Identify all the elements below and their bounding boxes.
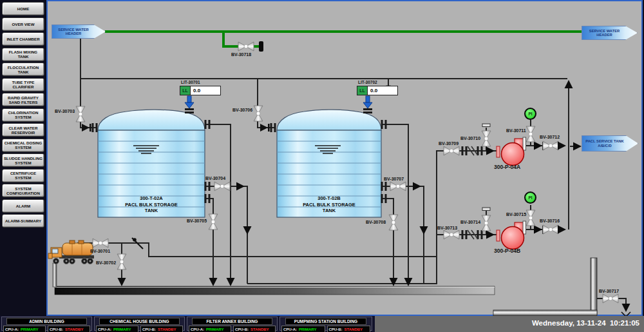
sidebar-item-centrifuge-system[interactable]: CENTRIFUGE SYSTEM (2, 169, 44, 182)
valve-label-bv30713: BV-30713 (437, 226, 457, 230)
cpu-b-status: CPU-B: STANDBY (327, 326, 371, 332)
sidebar-item-chlorination-system[interactable]: CHLORINATION SYSTEM (2, 108, 44, 122)
scada-hmi-screen: { "sidebar": { "items": ["HOME","OVER VI… (0, 0, 644, 332)
valve-label-bv30718: BV-30718 (231, 52, 251, 57)
building-name: ADMIN BUILDING (6, 318, 86, 325)
sidebar-item-tube-type-clarifier[interactable]: TUBE TYPE CLARIFIER (2, 78, 44, 92)
tank-b-name: PACL BULK STORAGE (277, 202, 381, 208)
sidebar-item-sludge-handling-system[interactable]: SLUDGE HANDLING SYSTEM (2, 153, 44, 167)
building-panel-chemical-house: CHEMICAL HOUSE BUILDING CPU-A: PRIMARY C… (94, 317, 185, 331)
cpu-b-label: CPU-B: (329, 327, 343, 332)
pump-b-label: 300-P-04B (494, 248, 520, 254)
lit-30702-value: 0.0 (368, 86, 397, 95)
tank-a-name: PACL BULK STORAGE (98, 202, 205, 208)
sidebar-item-flocculation-tank[interactable]: FLOCCULATION TANK (2, 63, 44, 76)
sidebar-item-alarm-summary[interactable]: ALARM-SUMMARY (2, 214, 44, 228)
cpu-a-label: CPU-A: (191, 327, 204, 332)
cpu-a-status: CPU-A: PRIMARY (189, 326, 231, 332)
sidebar-item-home[interactable]: HOME (2, 2, 44, 15)
building-panel-pumping-station: PUMPMING STATION BUILDING CPU-A: PRIMARY… (279, 317, 372, 331)
tank-a-name2: TANK (98, 208, 205, 214)
cpu-b-status: CPU-B: STANDBY (140, 326, 183, 332)
cpu-a-value: PRIMARY (206, 327, 223, 332)
valve-label-bv30712: BV-30712 (540, 135, 560, 139)
cpu-a-status: CPU-A: PRIMARY (281, 326, 325, 332)
sidebar-item-inlet-chamber[interactable]: INLET CHAMBER (2, 32, 44, 46)
cpu-b-status: CPU-B: STANDBY (233, 326, 276, 332)
lit-30701-alarm-badge: LL (180, 86, 191, 95)
valve-label-bv30704: BV-30704 (205, 176, 225, 181)
valve-label-bv30711: BV-30711 (506, 128, 526, 133)
lit-30701-value: 0.0 (191, 86, 220, 95)
valve-label-bv30710: BV-30710 (460, 136, 480, 141)
cpu-b-value: STANDBY (345, 327, 363, 332)
lit-30701-indicator[interactable]: LL 0.0 (180, 86, 221, 95)
cpu-a-value: PRIMARY (113, 327, 131, 332)
building-name: FILTER ANNEX BUILDING (192, 318, 272, 325)
valve-label-bv30701: BV-30701 (90, 249, 110, 253)
cpu-b-value: STANDBY (158, 327, 176, 332)
sidebar-item-chemical-dosing-system[interactable]: CHEMICAL DOSING SYSTEM (2, 139, 44, 152)
valve-label-bv30707: BV-30707 (384, 177, 404, 181)
cpu-a-value: PRIMARY (299, 327, 316, 332)
cpu-b-status: CPU-B: STANDBY (48, 326, 90, 332)
valve-label-bv30715: BV-30715 (506, 212, 526, 217)
sidebar-item-flash-mixing-tank[interactable]: FLASH MIXING TANK (2, 48, 44, 61)
tank-b-label: 300-T-02B PACL BULK STORAGE TANK (277, 195, 381, 214)
valve-label-bv30717: BV-30717 (599, 289, 619, 293)
pressure-indicator-a[interactable]: PI (524, 108, 536, 120)
tank-a-code: 300-T-02A (98, 195, 205, 202)
cpu-a-label: CPU-A: (5, 327, 19, 332)
sidebar-item-system-configuration[interactable]: SYSTEM CONFIGURATION (2, 184, 44, 197)
cpu-b-value: STANDBY (251, 327, 269, 332)
datetime-zone: Wednesday, 13-11-24 10:21:05 (375, 316, 644, 332)
cpu-a-label: CPU-A: (98, 327, 111, 332)
tank-b-code: 300-T-02B (277, 195, 381, 202)
pressure-indicator-b[interactable]: PI (524, 191, 536, 204)
lit-30702-alarm-badge: LL (357, 86, 368, 95)
cpu-a-label: CPU-A: (283, 327, 297, 332)
building-panel-admin: ADMIN BUILDING CPU-A: PRIMARY CPU-B: STA… (1, 317, 92, 331)
pid-canvas (46, 0, 643, 316)
lit-30701-tag: LIT-30701 (181, 80, 200, 84)
valve-label-bv30705: BV-30705 (187, 219, 207, 223)
status-bar: Wednesday, 13-11-24 10:21:05 ADMIN BUILD… (0, 316, 644, 332)
cpu-a-status: CPU-A: PRIMARY (3, 326, 46, 332)
datetime-display: Wednesday, 13-11-24 10:21:05 (532, 319, 639, 327)
nav-sidebar: HOME OVER VIEW INLET CHAMBER FLASH MIXIN… (0, 0, 46, 332)
lit-30702-indicator[interactable]: LL 0.0 (357, 86, 398, 95)
building-name: PUMPMING STATION BUILDING (285, 318, 367, 325)
building-name: CHEMICAL HOUSE BUILDING (99, 318, 179, 325)
cpu-b-label: CPU-B: (142, 327, 156, 332)
valve-label-bv30709: BV-30709 (439, 141, 459, 146)
sidebar-item-alarm[interactable]: ALARM (2, 199, 44, 213)
valve-label-bv30716: BV-30716 (540, 219, 560, 223)
cpu-b-value: STANDBY (65, 327, 84, 332)
valve-label-bv30706: BV-30706 (232, 108, 252, 112)
cpu-b-label: CPU-B: (235, 327, 249, 332)
cpu-a-value: PRIMARY (21, 327, 38, 332)
valve-label-bv30702: BV-30702 (96, 260, 116, 265)
tank-a-label: 300-T-02A PACL BULK STORAGE TANK (98, 195, 205, 214)
cpu-b-label: CPU-B: (50, 327, 63, 332)
cpu-a-status: CPU-A: PRIMARY (96, 326, 138, 332)
valve-label-bv30708: BV-30708 (366, 220, 386, 224)
valve-label-bv30703: BV-30703 (55, 109, 75, 113)
tank-b-name2: TANK (277, 208, 381, 214)
building-panel-filter-annex: FILTER ANNEX BUILDING CPU-A: PRIMARY CPU… (187, 317, 278, 331)
pump-a-label: 300-P-04A (494, 164, 520, 170)
sidebar-item-rapid-gravity-sand-filters[interactable]: RAPID GRAVITY SAND FILTERS (2, 93, 44, 106)
lit-30702-tag: LIT-30702 (358, 80, 377, 84)
sidebar-item-overview[interactable]: OVER VIEW (2, 17, 44, 31)
sidebar-item-clear-water-reservoir[interactable]: CLEAR WATER RESERVOIR (2, 123, 44, 137)
valve-label-bv30714: BV-30714 (460, 220, 480, 224)
